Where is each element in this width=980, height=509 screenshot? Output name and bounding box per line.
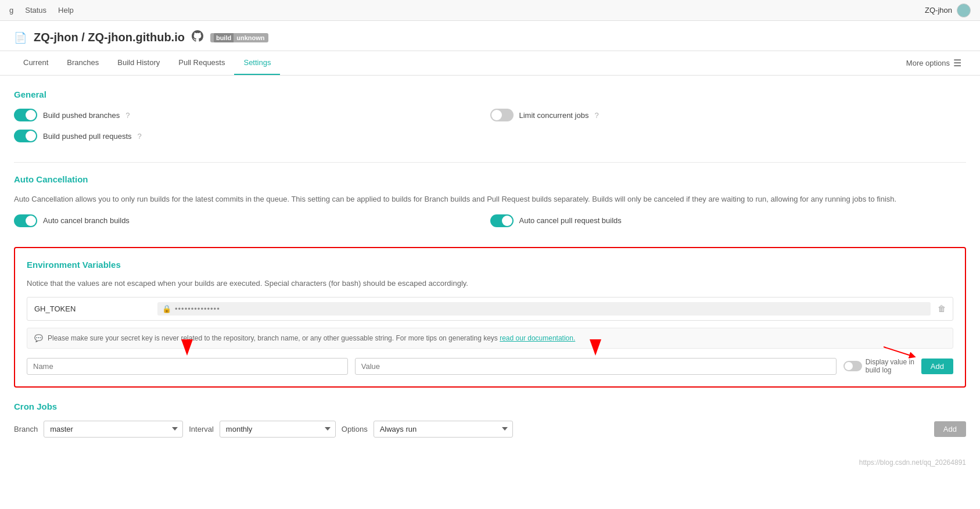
build-badge: build unknown	[210, 33, 268, 42]
env-hint-link[interactable]: read our documentation.	[500, 334, 575, 342]
arrow-down-name	[181, 339, 193, 357]
name-field-wrapper	[27, 358, 348, 375]
tab-pull-requests[interactable]: Pull Requests	[169, 51, 234, 75]
top-bar-user: ZQ-jhon	[925, 3, 971, 17]
cron-jobs-section: Cron Jobs Branch master develop main Int…	[14, 402, 966, 438]
username-label: ZQ-jhon	[925, 6, 952, 15]
build-pushed-pr-toggle[interactable]	[14, 130, 37, 142]
display-in-build-log-toggle[interactable]	[843, 361, 862, 371]
display-in-build-log-label: Display value in build log	[866, 358, 914, 374]
build-pushed-pr-label: Build pushed pull requests	[43, 132, 132, 141]
add-button-wrapper: Add	[921, 359, 953, 374]
more-options-label: More options	[906, 59, 950, 67]
env-var-masked: ••••••••••••••	[175, 304, 220, 313]
auto-cancel-branch-toggle[interactable]	[14, 214, 37, 227]
main-content: General Build pushed branches ? Build pu…	[0, 76, 980, 451]
add-env-var-button[interactable]: Add	[921, 359, 953, 374]
tab-current[interactable]: Current	[14, 51, 58, 75]
divider-1	[14, 162, 966, 163]
general-toggles-grid: Build pushed branches ? Build pushed pul…	[14, 109, 966, 150]
auto-cancellation-section: Auto Cancellation Auto Cancellation allo…	[14, 174, 966, 235]
auto-cancel-pr-row: Auto cancel pull request builds	[490, 214, 967, 227]
cron-branch-label: Branch	[14, 425, 38, 433]
watermark-text: https://blog.csdn.net/qq_20264891	[859, 458, 966, 467]
delete-env-var-icon[interactable]: 🗑	[938, 304, 946, 313]
build-pushed-branches-label: Build pushed branches	[43, 111, 120, 120]
svg-line-3	[884, 347, 913, 356]
cron-interval-label: Interval	[189, 425, 214, 433]
env-add-wrapper: Display value in build log Add	[27, 358, 953, 375]
cron-options-select[interactable]: Always run Do not run if there has been …	[374, 421, 513, 438]
lock-icon: 🔒	[162, 304, 171, 313]
build-pushed-branches-toggle[interactable]	[14, 109, 37, 121]
svg-marker-0	[181, 339, 193, 356]
auto-cancellation-heading: Auto Cancellation	[14, 174, 966, 184]
env-add-row: Display value in build log Add	[27, 358, 953, 375]
env-value-input[interactable]	[355, 358, 837, 375]
build-pushed-branches-row: Build pushed branches ?	[14, 109, 490, 121]
auto-cancel-branch-label: Auto cancel branch builds	[43, 216, 130, 225]
build-status: unknown	[236, 34, 264, 41]
repo-title[interactable]: ZQ-jhon / ZQ-jhon.github.io	[34, 31, 185, 44]
env-vars-desc: Notice that the values are not escaped w…	[27, 279, 953, 288]
auto-cancellation-desc: Auto Cancellation allows you to only run…	[14, 193, 966, 205]
general-section: General Build pushed branches ? Build pu…	[14, 89, 966, 150]
cron-interval-select[interactable]: weekly monthly daily	[220, 421, 336, 438]
nav-status[interactable]: Status	[25, 6, 46, 15]
limit-concurrent-jobs-label: Limit concurrent jobs	[519, 111, 589, 120]
auto-cancel-pr-toggle[interactable]	[490, 214, 514, 227]
tabs: Current Branches Build History Pull Requ…	[14, 51, 280, 75]
limit-concurrent-jobs-toggle[interactable]	[490, 109, 514, 121]
repo-header: 📄 ZQ-jhon / ZQ-jhon.github.io build unkn…	[0, 21, 980, 51]
env-var-row: GH_TOKEN 🔒 •••••••••••••• 🗑	[27, 297, 953, 321]
env-hint: 💬 Please make sure your secret key is ne…	[27, 328, 953, 349]
tab-build-history[interactable]: Build History	[108, 51, 169, 75]
more-options-button[interactable]: More options ☰	[902, 53, 966, 73]
top-bar-links: g Status Help	[9, 6, 74, 15]
nav-g[interactable]: g	[9, 6, 13, 15]
build-pushed-pull-requests-row: Build pushed pull requests ?	[14, 130, 490, 142]
cron-options-label: Options	[342, 425, 368, 433]
env-name-input[interactable]	[27, 358, 348, 375]
arrow-to-add	[884, 345, 918, 360]
svg-marker-1	[590, 339, 601, 356]
build-pushed-branches-help[interactable]: ?	[125, 111, 130, 120]
avatar[interactable]	[957, 3, 971, 17]
env-var-value-area: 🔒 ••••••••••••••	[157, 302, 931, 316]
auto-cancel-pr-label: Auto cancel pull request builds	[519, 216, 622, 225]
general-left-toggles: Build pushed branches ? Build pushed pul…	[14, 109, 490, 150]
nav-help[interactable]: Help	[58, 6, 74, 15]
tab-branches[interactable]: Branches	[58, 51, 108, 75]
limit-concurrent-jobs-row: Limit concurrent jobs ?	[490, 109, 967, 121]
build-label: build	[214, 33, 234, 42]
general-heading: General	[14, 89, 966, 99]
cron-row: Branch master develop main Interval week…	[14, 421, 966, 438]
cron-jobs-heading: Cron Jobs	[14, 402, 966, 411]
value-field-wrapper	[355, 358, 837, 375]
env-hint-text: Please make sure your secret key is neve…	[48, 334, 575, 342]
environment-variables-section: Environment Variables Notice that the va…	[14, 247, 966, 388]
limit-concurrent-jobs-help[interactable]: ?	[594, 111, 598, 120]
tab-settings[interactable]: Settings	[234, 51, 280, 75]
auto-cancellation-toggles-grid: Auto cancel branch builds Auto cancel pu…	[14, 214, 966, 235]
env-var-key: GH_TOKEN	[34, 304, 150, 313]
auto-cancel-branch-row: Auto cancel branch builds	[14, 214, 490, 227]
top-bar: g Status Help ZQ-jhon	[0, 0, 980, 21]
general-right-toggles: Limit concurrent jobs ?	[490, 109, 967, 150]
github-icon	[192, 30, 203, 45]
arrow-down-value	[590, 339, 601, 357]
tab-bar: Current Branches Build History Pull Requ…	[0, 51, 980, 76]
add-cron-job-button[interactable]: Add	[934, 421, 966, 437]
chat-icon: 💬	[34, 334, 43, 342]
repo-icon: 📄	[14, 31, 27, 44]
env-vars-heading: Environment Variables	[27, 260, 953, 270]
cron-branch-select[interactable]: master develop main	[44, 421, 183, 438]
build-pushed-pr-help[interactable]: ?	[138, 132, 142, 141]
hamburger-icon: ☰	[953, 58, 961, 69]
display-in-build-log-area: Display value in build log	[843, 358, 914, 374]
footer-watermark: https://blog.csdn.net/qq_20264891	[0, 451, 980, 474]
